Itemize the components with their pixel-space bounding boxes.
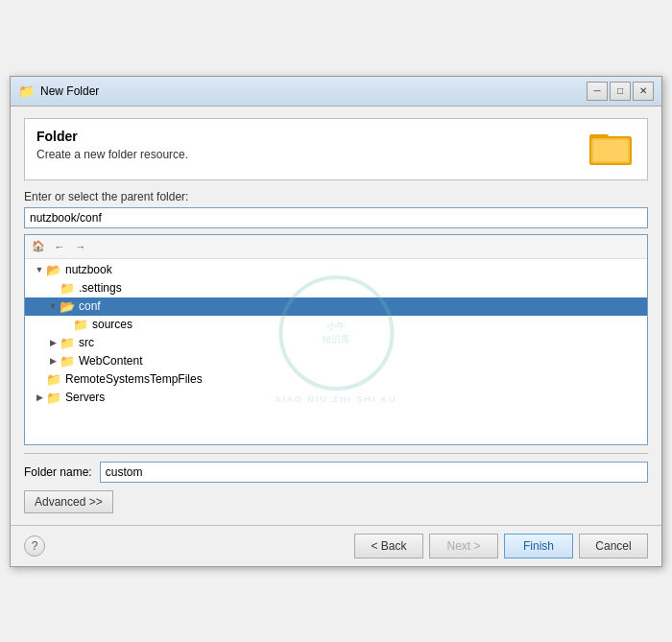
tree-items: ▼ 📂 nutzbook 📁 .settings — [25, 259, 647, 409]
folder-icon-servers: 📁 — [46, 391, 61, 405]
folder-icon-sources: 📁 — [73, 318, 88, 332]
tree-toggle-servers[interactable]: ▶ — [33, 391, 46, 404]
tree-label-settings: .settings — [79, 281, 122, 295]
titlebar-buttons: ─ □ ✕ — [587, 82, 654, 101]
folder-icon-conf: 📂 — [60, 299, 75, 314]
back-button[interactable]: < Back — [354, 534, 423, 559]
maximize-button[interactable]: □ — [610, 82, 631, 101]
tree-label-src: src — [79, 336, 94, 349]
close-button[interactable]: ✕ — [633, 82, 654, 101]
svg-rect-3 — [593, 140, 628, 161]
help-button[interactable]: ? — [24, 535, 45, 557]
tree-label-servers: Servers — [65, 391, 105, 404]
parent-folder-section: Enter or select the parent folder: 🏠 ← → — [24, 190, 648, 445]
tree-label-sources: sources — [92, 318, 132, 331]
separator-1 — [24, 453, 648, 454]
header-section: Folder Create a new folder resource. — [24, 118, 648, 180]
tree-item-remotesystems[interactable]: 📁 RemoteSystemsTempFiles — [25, 370, 647, 389]
tree-item-settings[interactable]: 📁 .settings — [25, 279, 647, 297]
tree-toggle-webcontent[interactable]: ▶ — [46, 354, 60, 368]
folder-name-label: Folder name: — [24, 465, 92, 479]
tree-toggle-nutzbook[interactable]: ▼ — [33, 263, 46, 276]
tree-forward-button[interactable]: → — [71, 238, 90, 255]
next-button[interactable]: Next > — [429, 534, 498, 559]
dialog-footer: ? < Back Next > Finish Cancel — [11, 525, 661, 566]
tree-item-sources[interactable]: 📁 sources — [25, 316, 647, 334]
tree-toggle-settings — [46, 281, 60, 295]
tree-item-webcontent[interactable]: ▶ 📁 WebContent — [25, 352, 647, 370]
folder-icon-webcontent: 📁 — [60, 354, 75, 369]
tree-toggle-src[interactable]: ▶ — [46, 336, 60, 349]
titlebar-left: 📁 New Folder — [18, 83, 99, 99]
tree-toggle-remotesystems — [33, 372, 46, 386]
tree-label-webcontent: WebContent — [79, 354, 143, 368]
tree-label-conf: conf — [79, 299, 101, 313]
folder-name-row: Folder name: — [24, 462, 648, 483]
tree-wrapper: 🏠 ← → ▼ 📂 nutzbook — [24, 234, 648, 445]
folder-icon-remotesystems: 📁 — [46, 372, 61, 387]
header-folder-icon — [589, 129, 636, 170]
tree-label-nutzbook: nutzbook — [65, 263, 112, 276]
tree-home-button[interactable]: 🏠 — [29, 238, 48, 255]
tree-item-servers[interactable]: ▶ 📁 Servers — [25, 389, 647, 407]
minimize-button[interactable]: ─ — [587, 82, 608, 101]
tree-item-nutzbook[interactable]: ▼ 📂 nutzbook — [25, 261, 647, 279]
advanced-button[interactable]: Advanced >> — [24, 490, 113, 513]
dialog-content: Folder Create a new folder resource. Ent… — [11, 107, 661, 525]
tree-label-remotesystems: RemoteSystemsTempFiles — [65, 372, 203, 386]
folder-icon-nutzbook: 📂 — [46, 263, 61, 277]
cancel-button[interactable]: Cancel — [579, 534, 648, 559]
tree-nav-bar: 🏠 ← → — [25, 235, 647, 259]
folder-icon-settings: 📁 — [60, 281, 75, 296]
header-subtitle: Create a new folder resource. — [36, 148, 188, 161]
titlebar-icon: 📁 — [18, 83, 35, 99]
finish-button[interactable]: Finish — [504, 534, 573, 559]
tree-container[interactable]: 🏠 ← → ▼ 📂 nutzbook — [24, 234, 648, 445]
tree-item-src[interactable]: ▶ 📁 src — [25, 334, 647, 352]
dialog-window: 📁 New Folder ─ □ ✕ Folder Create a new f… — [10, 76, 662, 567]
tree-item-conf[interactable]: ▼ 📂 conf — [25, 297, 647, 316]
titlebar-title: New Folder — [40, 84, 99, 98]
parent-path-input[interactable] — [24, 207, 648, 228]
header-text: Folder Create a new folder resource. — [36, 129, 188, 161]
advanced-section: Advanced >> — [24, 490, 648, 513]
tree-toggle-conf[interactable]: ▼ — [46, 299, 60, 313]
titlebar: 📁 New Folder ─ □ ✕ — [11, 77, 661, 107]
tree-back-button[interactable]: ← — [50, 238, 69, 255]
folder-icon-src: 📁 — [60, 336, 75, 350]
header-title: Folder — [36, 129, 188, 144]
parent-label: Enter or select the parent folder: — [24, 190, 648, 203]
tree-toggle-sources — [60, 318, 73, 331]
folder-name-input[interactable] — [100, 462, 648, 483]
